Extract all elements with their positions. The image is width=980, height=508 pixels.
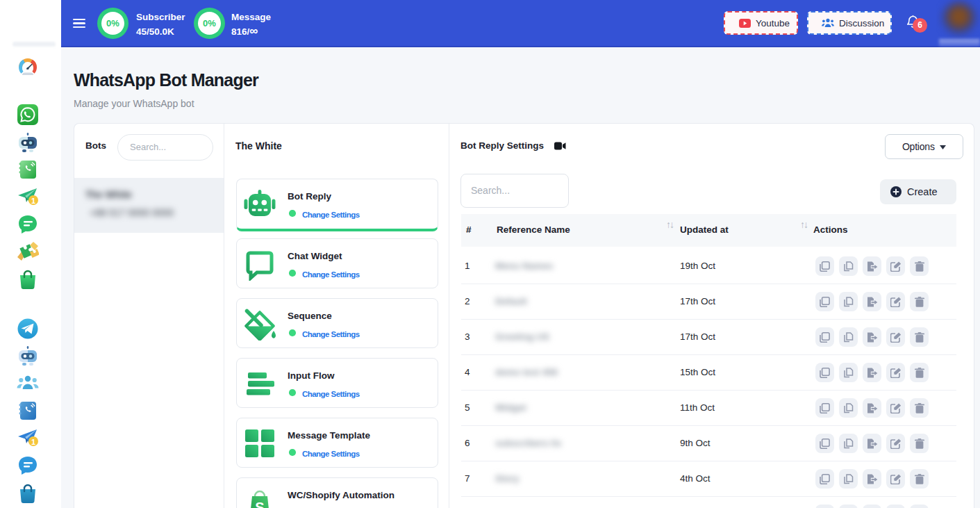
- svg-text:1: 1: [31, 438, 35, 446]
- svg-text:1: 1: [31, 197, 35, 205]
- svg-text:S: S: [255, 500, 264, 508]
